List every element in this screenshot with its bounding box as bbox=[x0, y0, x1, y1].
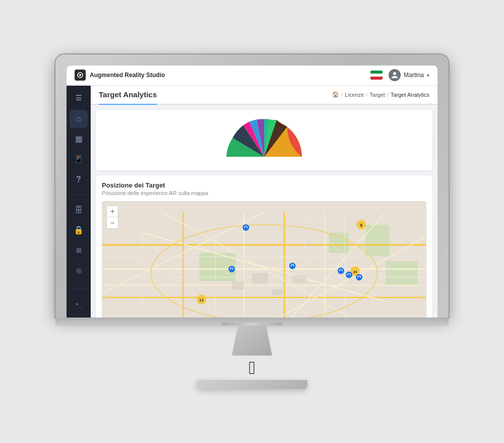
map-section: Posizione dei Target Posizione delle esp… bbox=[96, 175, 432, 318]
map-pin-3[interactable] bbox=[228, 266, 235, 272]
top-bar: Augmented Reality Studio bbox=[67, 66, 437, 86]
sidebar-item-image[interactable]: ▦ bbox=[70, 130, 88, 148]
sub-header-left: Target Analytics bbox=[99, 90, 157, 99]
monitor-base-neck bbox=[232, 326, 272, 356]
sidebar-item-help[interactable]: ? bbox=[70, 170, 88, 188]
map-badge-13-text: 13 bbox=[199, 298, 204, 302]
block-3 bbox=[272, 289, 282, 295]
page-content: Posizione dei Target Posizione delle esp… bbox=[91, 105, 437, 318]
map-section-title: Posizione dei Target bbox=[102, 181, 426, 189]
map-svg: 9 24 13 bbox=[102, 202, 426, 318]
breadcrumb-licenze[interactable]: Licenze bbox=[345, 92, 364, 98]
logo-text: Augmented Reality Studio bbox=[90, 72, 165, 79]
sidebar-item-lock[interactable]: 🔒 bbox=[70, 221, 88, 239]
breadcrumb-target[interactable]: Target bbox=[369, 92, 385, 98]
monitor-neck bbox=[55, 318, 449, 326]
monitor-screen: Augmented Reality Studio bbox=[67, 66, 437, 318]
map-section-subtitle: Posizione delle esperienze AR sulla mapp… bbox=[102, 190, 426, 196]
pie-chart bbox=[219, 115, 309, 165]
zoom-out-button[interactable]: − bbox=[107, 217, 118, 228]
apple-logo-area:  bbox=[248, 356, 255, 380]
map-pin-2[interactable] bbox=[289, 263, 296, 269]
dropdown-arrow-icon: ▾ bbox=[427, 73, 429, 78]
sidebar-bottom: >_ bbox=[67, 285, 91, 313]
gallery-icon: ⊞ bbox=[76, 246, 82, 254]
apple-logo-icon:  bbox=[248, 359, 255, 377]
block-4 bbox=[292, 275, 306, 283]
hamburger-icon: ☰ bbox=[76, 94, 82, 102]
sidebar-item-database[interactable]: 🗄 bbox=[70, 201, 88, 219]
breadcrumb-sep-3: / bbox=[387, 92, 389, 98]
map-badge-9-text: 9 bbox=[360, 222, 362, 227]
target-icon: ◎ bbox=[76, 267, 82, 274]
database-icon: 🗄 bbox=[75, 206, 83, 215]
map-container[interactable]: + − bbox=[102, 201, 426, 318]
breadcrumb-home-icon: 🏠 bbox=[332, 91, 339, 98]
logo-icon bbox=[75, 70, 86, 81]
breadcrumb-sep-1: / bbox=[341, 92, 343, 98]
zoom-in-button[interactable]: + bbox=[107, 206, 118, 217]
map-badge-24-text: 24 bbox=[353, 270, 357, 274]
sidebar-item-terminal[interactable]: >_ bbox=[70, 295, 88, 313]
map-pin-5[interactable] bbox=[346, 271, 352, 278]
top-bar-left: Augmented Reality Studio bbox=[75, 70, 165, 81]
sidebar-item-target[interactable]: ◎ bbox=[70, 262, 88, 280]
park-east-2 bbox=[365, 224, 390, 257]
question-icon: ? bbox=[76, 175, 81, 184]
app-container: Augmented Reality Studio bbox=[67, 66, 437, 318]
park-east-3 bbox=[386, 261, 418, 285]
mobile-icon: 📱 bbox=[74, 154, 84, 164]
block-2 bbox=[252, 273, 268, 283]
breadcrumb-analytics: Target Analytics bbox=[391, 92, 429, 98]
lock-icon: 🔒 bbox=[74, 225, 84, 235]
monitor-base bbox=[197, 380, 307, 389]
top-bar-right: Martina ▾ bbox=[370, 69, 429, 81]
sub-header: Target Analytics 🏠 / Licenze / Target / … bbox=[91, 86, 437, 105]
pie-mask bbox=[222, 157, 306, 165]
sidebar-item-mobile[interactable]: 📱 bbox=[70, 150, 88, 168]
monitor-wrapper: Augmented Reality Studio bbox=[55, 54, 449, 389]
main-layout: ☰ ⌂ ▦ 📱 bbox=[67, 86, 437, 318]
map-pin-6[interactable] bbox=[356, 274, 362, 280]
map-pin-1[interactable] bbox=[242, 224, 249, 230]
breadcrumb: 🏠 / Licenze / Target / Target Analytics bbox=[332, 91, 429, 98]
sidebar-divider-1 bbox=[71, 195, 86, 195]
content-area: Target Analytics 🏠 / Licenze / Target / … bbox=[91, 86, 437, 318]
block-1 bbox=[232, 281, 244, 289]
sidebar-nav: ⌂ ▦ 📱 ? bbox=[67, 110, 91, 280]
breadcrumb-sep-2: / bbox=[366, 92, 367, 98]
home-icon: ⌂ bbox=[76, 114, 81, 123]
flag-red bbox=[370, 77, 383, 80]
page-title: Target Analytics bbox=[99, 90, 157, 105]
italy-flag-icon[interactable] bbox=[370, 71, 383, 80]
sidebar-divider-2 bbox=[71, 289, 86, 289]
sidebar: ☰ ⌂ ▦ 📱 bbox=[67, 86, 91, 318]
chart-section bbox=[96, 110, 432, 170]
map-pin-4[interactable] bbox=[338, 267, 344, 274]
svg-point-1 bbox=[79, 74, 81, 76]
svg-point-2 bbox=[393, 72, 396, 75]
sidebar-item-gallery[interactable]: ⊞ bbox=[70, 241, 88, 260]
avatar bbox=[389, 69, 401, 81]
monitor-outer: Augmented Reality Studio bbox=[55, 54, 449, 318]
pie-chart-container bbox=[219, 115, 309, 165]
sidebar-item-home[interactable]: ⌂ bbox=[70, 110, 88, 128]
user-name: Martina bbox=[404, 72, 424, 79]
image-icon: ▦ bbox=[75, 134, 83, 144]
menu-toggle-button[interactable]: ☰ bbox=[71, 90, 87, 106]
terminal-icon: >_ bbox=[75, 301, 82, 307]
map-zoom-controls: + − bbox=[106, 206, 118, 229]
user-area[interactable]: Martina ▾ bbox=[389, 69, 429, 81]
